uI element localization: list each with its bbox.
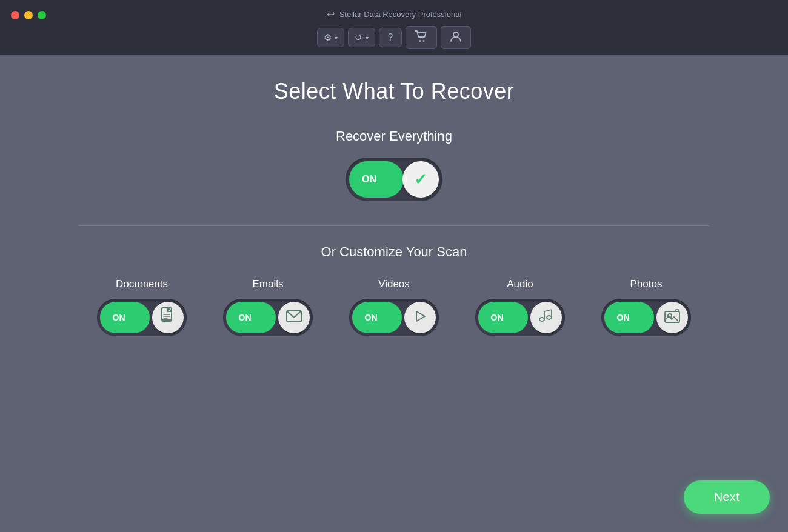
emails-toggle[interactable]: ON: [223, 299, 313, 336]
videos-on-label: ON: [365, 313, 378, 322]
category-emails: Emails ON: [223, 278, 313, 336]
history-icon: ↺: [355, 32, 362, 43]
customize-section: Or Customize Your Scan Documents ON: [0, 244, 788, 336]
audio-toggle-thumb: [530, 302, 562, 333]
back-icon: ↩: [327, 8, 335, 20]
category-documents-label: Documents: [116, 278, 168, 290]
check-icon: ✓: [414, 170, 427, 189]
audio-icon: [538, 308, 555, 327]
history-chevron: ▾: [366, 35, 369, 41]
help-button[interactable]: ?: [379, 28, 402, 47]
category-documents: Documents ON: [97, 278, 187, 336]
category-photos: Photos ON: [601, 278, 691, 336]
cart-icon: [415, 30, 428, 45]
titlebar: ↩ Stellar Data Recovery Professional ⚙ ▾…: [0, 0, 788, 55]
next-button[interactable]: Next: [684, 480, 770, 514]
audio-toggle[interactable]: ON: [475, 299, 565, 336]
maximize-button[interactable]: [38, 11, 46, 19]
photos-toggle[interactable]: ON: [601, 299, 691, 336]
help-icon: ?: [388, 32, 393, 43]
category-audio: Audio ON: [475, 278, 565, 336]
audio-on-label: ON: [491, 313, 504, 322]
traffic-lights: [11, 11, 46, 19]
recover-everything-label: Recover Everything: [336, 128, 452, 144]
close-button[interactable]: [11, 11, 19, 19]
emails-toggle-thumb: [278, 302, 310, 333]
photos-icon: [664, 309, 681, 326]
customize-label: Or Customize Your Scan: [321, 244, 467, 260]
cart-button[interactable]: [406, 26, 437, 49]
category-row: Documents ON: [97, 278, 691, 336]
category-audio-label: Audio: [507, 278, 533, 290]
recover-everything-section: Recover Everything ON ✓: [336, 128, 452, 201]
history-button[interactable]: ↺ ▾: [348, 28, 375, 47]
recover-everything-toggle[interactable]: ON ✓: [346, 158, 442, 201]
account-icon: [450, 30, 462, 45]
toggle-thumb: ✓: [402, 161, 439, 198]
photos-toggle-track: ON: [604, 302, 654, 333]
settings-chevron: ▾: [335, 35, 338, 41]
section-divider: [79, 225, 709, 226]
toolbar: ⚙ ▾ ↺ ▾ ?: [317, 26, 472, 49]
category-videos: Videos ON: [349, 278, 439, 336]
category-videos-label: Videos: [378, 278, 410, 290]
svg-point-1: [423, 40, 425, 42]
videos-toggle-track: ON: [352, 302, 402, 333]
category-photos-label: Photos: [630, 278, 663, 290]
documents-on-label: ON: [113, 313, 125, 322]
settings-icon: ⚙: [324, 32, 332, 43]
photos-on-label: ON: [617, 313, 630, 322]
minimize-button[interactable]: [24, 11, 33, 19]
videos-toggle[interactable]: ON: [349, 299, 439, 336]
videos-icon: [413, 309, 427, 326]
page-title: Select What To Recover: [274, 79, 515, 104]
svg-marker-8: [416, 311, 425, 321]
videos-toggle-thumb: [404, 302, 436, 333]
documents-toggle-thumb: [152, 302, 184, 333]
app-title-area: ↩ Stellar Data Recovery Professional: [327, 8, 462, 20]
emails-on-label: ON: [239, 313, 252, 322]
category-emails-label: Emails: [252, 278, 283, 290]
svg-point-2: [453, 32, 458, 37]
app-title: Stellar Data Recovery Professional: [339, 10, 462, 19]
emails-icon: [285, 310, 302, 325]
main-content: Select What To Recover Recover Everythin…: [0, 55, 788, 532]
account-button[interactable]: [441, 26, 471, 49]
photos-toggle-thumb: [656, 302, 688, 333]
documents-icon: [160, 307, 176, 328]
audio-toggle-track: ON: [478, 302, 528, 333]
svg-line-13: [544, 310, 552, 311]
emails-toggle-track: ON: [226, 302, 276, 333]
svg-point-0: [419, 40, 421, 42]
settings-button[interactable]: ⚙ ▾: [317, 28, 344, 47]
svg-point-10: [547, 316, 552, 319]
svg-point-9: [539, 318, 544, 321]
documents-toggle-track: ON: [100, 302, 150, 333]
toggle-on-track: ON: [349, 161, 404, 198]
toggle-on-label: ON: [362, 174, 376, 185]
documents-toggle[interactable]: ON: [97, 299, 187, 336]
